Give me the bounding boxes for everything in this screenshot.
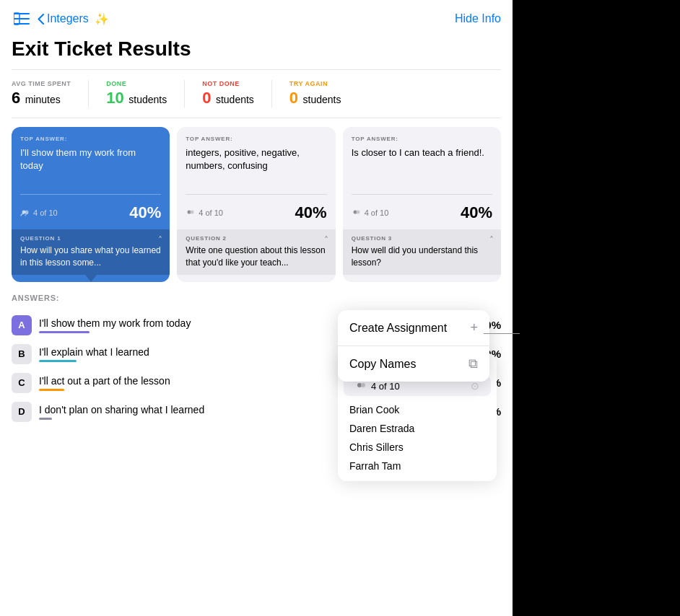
hide-info-button[interactable]: Hide Info: [455, 12, 501, 25]
card-1-stats-row: 4 of 10 40%: [12, 201, 170, 229]
answer-letter-b: B: [12, 344, 32, 364]
card-1-top: TOP ANSWER: I'll show them my work from …: [12, 127, 170, 188]
card-1-bottom: ˄ QUESTION 1 How will you share what you…: [12, 229, 170, 275]
stat-notdone-value: 0: [202, 89, 211, 107]
student-name-2: Daren Estrada: [338, 419, 497, 438]
student-name-4: Farrah Tam: [338, 457, 497, 475]
question-card-2[interactable]: TOP ANSWER: integers, positive, negative…: [177, 127, 335, 282]
card-1-question-tag: QUESTION 1: [20, 235, 161, 242]
back-label: Integers: [47, 12, 89, 25]
card-2-top-answer-label: TOP ANSWER:: [186, 136, 326, 142]
svg-point-7: [191, 211, 194, 214]
main-panel: Integers ✨ Hide Info Exit Ticket Results…: [0, 0, 513, 616]
svg-point-9: [356, 211, 359, 214]
card-3-question-tag: QUESTION 3: [352, 235, 492, 242]
plus-icon: +: [470, 320, 478, 335]
top-bar: Integers ✨ Hide Info: [0, 0, 513, 35]
top-bar-left: Integers ✨: [12, 9, 109, 29]
page-title: Exit Ticket Results: [0, 35, 513, 69]
card-2-stats-row: 4 of 10 40%: [177, 201, 335, 229]
copy-names-label: Copy Names: [349, 358, 416, 371]
stat-avg-time: AVG TIME SPENT 6 minutes: [12, 80, 89, 107]
popup-menu: Create Assignment + Copy Names ⧉: [338, 310, 489, 382]
card-1-chevron-icon[interactable]: ˄: [158, 235, 162, 245]
card-3-percent: 40%: [461, 203, 492, 222]
stat-done-unit: students: [128, 94, 167, 105]
question-card-3[interactable]: TOP ANSWER: Is closer to I can teach a f…: [343, 127, 501, 282]
card-3-chevron-icon[interactable]: ˄: [489, 235, 494, 245]
answer-bar-c: [39, 389, 64, 391]
back-button[interactable]: Integers: [38, 12, 89, 25]
card-3-top-answer-text: Is closer to I can teach a friend!.: [352, 146, 492, 182]
student-name-3: Chris Sillers: [338, 438, 497, 457]
svg-point-11: [361, 383, 365, 387]
card-2-top-answer-text: integers, positive, negative, numbers, c…: [186, 146, 326, 182]
card-1-bubble: [85, 275, 97, 282]
card-2-chevron-icon[interactable]: ˄: [324, 235, 328, 245]
copy-names-button[interactable]: Copy Names ⧉: [338, 346, 489, 382]
card-1-student-count: 4 of 10: [20, 208, 58, 217]
students-count-label: 4 of 10: [355, 381, 400, 392]
sparkle-icon: ✨: [95, 12, 109, 26]
card-1-divider: [20, 194, 161, 195]
create-assignment-button[interactable]: Create Assignment +: [338, 310, 489, 346]
stat-notdone-label: NOT DONE: [202, 80, 254, 87]
popup-arrow: [484, 333, 520, 334]
card-3-stats-row: 4 of 10 40%: [343, 201, 501, 229]
card-3-student-count: 4 of 10: [352, 208, 389, 217]
students-count-icon: ⊙: [471, 380, 479, 392]
card-1-top-answer-text: I'll show them my work from today: [20, 146, 161, 182]
stat-tryagain-label: TRY AGAIN: [289, 80, 341, 87]
sidebar-toggle-button[interactable]: [12, 9, 32, 29]
card-3-top: TOP ANSWER: Is closer to I can teach a f…: [343, 127, 501, 188]
card-2-question-tag: QUESTION 2: [186, 235, 326, 242]
stat-tryagain-value: 0: [289, 89, 298, 107]
answer-bar-a: [39, 331, 90, 333]
cards-section: TOP ANSWER: I'll show them my work from …: [0, 118, 513, 282]
card-2-percent: 40%: [295, 203, 327, 222]
stat-avg-time-value: 6: [12, 89, 20, 107]
card-1-bubble-wrapper: [12, 275, 170, 282]
stat-avg-time-unit: minutes: [25, 94, 61, 105]
copy-icon: ⧉: [468, 356, 478, 371]
create-assignment-label: Create Assignment: [349, 322, 447, 335]
card-3-question-text: How well did you understand this lesson?: [352, 245, 492, 269]
stat-done-value: 10: [106, 89, 123, 107]
student-name-1: Brian Cook: [338, 400, 497, 419]
svg-rect-1: [14, 18, 30, 19]
stat-notdone-unit: students: [216, 94, 254, 105]
card-2-divider: [186, 194, 326, 195]
answer-letter-a: A: [12, 315, 32, 335]
question-card-1[interactable]: TOP ANSWER: I'll show them my work from …: [12, 127, 170, 282]
stat-tryagain: TRY AGAIN 0 students: [289, 80, 359, 107]
stat-done: DONE 10 students: [106, 80, 185, 107]
card-1-percent: 40%: [129, 203, 161, 222]
card-3-top-answer-label: TOP ANSWER:: [352, 136, 492, 142]
card-3-bottom: ˄ QUESTION 3 How well did you understand…: [343, 229, 501, 275]
answer-letter-c: C: [12, 373, 32, 393]
card-2-student-count: 4 of 10: [186, 208, 223, 217]
stat-tryagain-unit: students: [303, 94, 341, 105]
answer-bar-b: [39, 360, 77, 362]
card-3-divider: [352, 194, 492, 195]
answer-letter-d: D: [12, 402, 32, 422]
stat-avg-time-label: AVG TIME SPENT: [12, 80, 71, 87]
card-1-question-text: How will you share what you learned in t…: [20, 245, 161, 269]
card-2-question-text: Write one question about this lesson tha…: [186, 245, 326, 269]
answer-bar-d: [39, 418, 52, 420]
stats-row: AVG TIME SPENT 6 minutes DONE 10 student…: [0, 70, 513, 118]
stat-notdone: NOT DONE 0 students: [202, 80, 272, 107]
card-1-top-answer-label: TOP ANSWER:: [20, 136, 161, 142]
card-2-bottom: ˄ QUESTION 2 Write one question about th…: [177, 229, 335, 275]
answers-label: ANSWERS:: [12, 294, 501, 302]
stat-done-label: DONE: [106, 80, 167, 87]
card-2-top: TOP ANSWER: integers, positive, negative…: [177, 127, 335, 188]
